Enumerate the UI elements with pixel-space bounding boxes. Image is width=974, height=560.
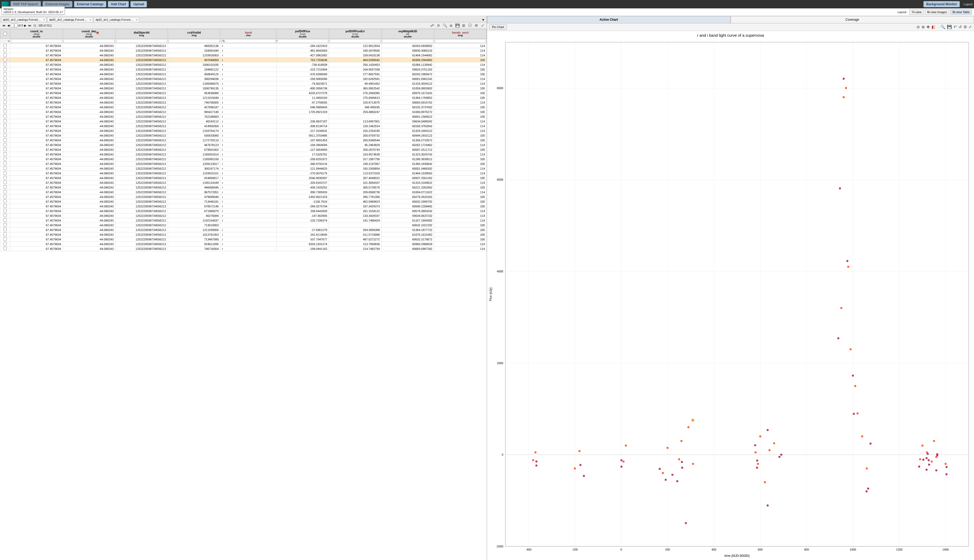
logout-link[interactable]: Logout [964,3,972,6]
row-checkbox[interactable] [3,233,7,236]
file-tab-0[interactable]: dp02_dc2_catalogs.ForcedSourc…× [1,17,47,22]
chart-save-icon[interactable]: 💾 [947,25,952,29]
chart-settings-gear-icon[interactable]: ⚙ [964,25,967,29]
table-row[interactable]: 67.4579634-44.08024312522205987345562124… [0,185,487,190]
select-all-checkbox[interactable] [0,29,10,39]
undo-icon[interactable]: ↶ [954,25,957,29]
table-row[interactable]: 67.4579634-44.08024312522205987345562121… [0,95,487,100]
table-row[interactable]: 67.4579634-44.08024312522205987345562121… [0,162,487,166]
table-row[interactable]: 67.4579634-44.08024312522205987345562121… [0,86,487,91]
table-row[interactable]: 67.4579634-44.08024312522205987345562124… [0,195,487,199]
filter-icon[interactable]: ⊘ [436,23,441,28]
table-row[interactable]: 67.4579634-44.08024312522205987345562121… [0,138,487,143]
page-number-input[interactable] [11,23,18,28]
table-row[interactable]: 67.4579634-44.08024312522205987345562124… [0,143,487,147]
table-row[interactable]: 67.4579634-44.08024312522205987345562121… [0,232,487,237]
column-header[interactable]: psfDiffFluxErr(nJy)double [329,29,381,39]
table-row[interactable]: 67.4579634-44.08024312522205987345562127… [0,247,487,251]
table-row[interactable]: 67.4579634-44.08024312522205987345562129… [0,176,487,180]
file-tab-1[interactable]: dp02_dc2_catalogs.ForcedSourceOn…× [47,17,93,22]
row-checkbox[interactable] [3,67,7,71]
column-filter-input[interactable] [277,39,328,43]
row-checkbox[interactable] [3,96,7,99]
tab-menu-dropdown-icon[interactable]: ▾ [482,18,484,22]
reset-icon[interactable]: ↺ [959,25,962,29]
table-row[interactable]: 67.4579634-44.08024312522205987345562124… [0,119,487,124]
column-header[interactable]: ccdVisitIdlong [168,29,221,39]
row-checkbox[interactable] [3,115,7,118]
row-checkbox[interactable] [3,167,7,170]
table-row[interactable]: 67.4579634-44.08024312522205987345562126… [0,209,487,213]
row-checkbox[interactable] [3,148,7,151]
row-checkbox[interactable] [3,133,7,137]
column-header[interactable]: diaObjectIdlong [115,29,168,39]
close-icon[interactable]: × [136,18,137,21]
column-filter-input[interactable] [435,39,486,43]
row-checkbox[interactable] [3,200,7,203]
row-checkbox[interactable] [3,143,7,146]
column-header[interactable]: bandchar [221,29,277,39]
table-row[interactable]: 67.4579634-44.08024312522205987345562121… [0,53,487,58]
active-chart-tab[interactable]: Active Chart [487,16,730,23]
row-checkbox[interactable] [3,91,7,94]
table-row[interactable]: 67.4579634-44.08024312522205987345562121… [0,157,487,162]
layout-tri-view-tab[interactable]: Tri-view [909,10,924,15]
zoom-in-icon[interactable]: ⊕ [922,25,925,29]
table-row[interactable]: 67.4579634-44.08024312522205987345562121… [0,62,487,67]
add-chart-button[interactable]: Add Chart [108,1,129,7]
chart-area[interactable]: r and i band light curve of a supernova … [487,31,974,560]
info-icon[interactable]: ⓘ [467,23,473,28]
first-page-icon[interactable]: ⏮ [2,23,6,27]
table-row[interactable]: 67.4579634-44.08024312522205987345562123… [0,166,487,171]
row-checkbox[interactable] [3,214,7,217]
column-filter-input[interactable] [116,39,167,43]
column-header[interactable]: coord_dec(deg)double [63,29,115,39]
expand-icon[interactable]: ⤢ [480,23,485,28]
row-checkbox[interactable] [3,209,7,212]
column-header[interactable]: psfDiffFlux(nJy)double [276,29,329,39]
action-icon[interactable]: ☍ [429,23,435,28]
row-checkbox[interactable] [3,100,7,104]
row-checkbox[interactable] [3,110,7,113]
table-row[interactable]: 67.4579634-44.08024312522205987345562127… [0,237,487,242]
table-row[interactable]: 67.4579634-44.08024312522205987345562129… [0,91,487,95]
row-checkbox[interactable] [3,105,7,108]
table-row[interactable]: 67.4579634-44.08024312522205987345562121… [0,228,487,232]
row-checkbox[interactable] [3,82,7,85]
row-checkbox[interactable] [3,176,7,179]
table-row[interactable]: 67.4579634-44.08024312522205987345562123… [0,77,487,81]
row-checkbox[interactable] [3,181,7,184]
table-row[interactable]: 67.4579634-44.08024312522205987345562127… [0,114,487,119]
table-row[interactable]: 67.4579634-44.08024312522205987345562126… [0,147,487,152]
column-filter-input[interactable] [63,39,115,43]
row-checkbox[interactable] [3,162,7,165]
table-row[interactable]: 67.4579634-44.08024312522205987345562124… [0,72,487,77]
select-box-icon[interactable]: ◧ [932,25,935,29]
row-checkbox[interactable] [3,237,7,241]
chart-expand-icon[interactable]: ⤢ [969,25,972,29]
text-view-icon[interactable]: 🗉 [448,23,454,28]
column-filter-input[interactable] [169,39,220,43]
row-checkbox[interactable] [3,242,7,245]
row-checkbox[interactable] [3,171,7,175]
table-row[interactable]: 67.4579634-44.08024312522205987345562124… [0,43,487,48]
file-tab-2[interactable]: dp02_dc2_catalogs.ForcedSourceOn…× [94,17,139,22]
close-icon[interactable]: × [90,18,91,21]
table-row[interactable]: 67.4579634-44.08024312522205987345562124… [0,58,487,62]
column-filter-input[interactable] [382,39,433,43]
table-row[interactable]: 67.4579634-44.08024312522205987345562121… [0,128,487,133]
coverage-tab[interactable]: Coverage [730,16,974,23]
table-row[interactable]: 67.4579634-44.08024312522205987345562121… [0,180,487,185]
scatter-plot[interactable]: -200002000400060008000-400-2000200400600… [487,40,974,560]
row-checkbox[interactable] [3,228,7,231]
row-checkbox[interactable] [3,195,7,198]
layout-bi-images-tab[interactable]: Bi-view Images [925,10,949,15]
layout-bi-table-tab[interactable]: Bi-view Table [950,10,972,15]
table-row[interactable]: 67.4579634-44.08024312522205987345562121… [0,48,487,53]
table-row[interactable]: 67.4579634-44.08024312522205987345562121… [0,152,487,157]
table-row[interactable]: 67.4579634-44.08024312522205987345562127… [0,100,487,105]
row-checkbox[interactable] [3,124,7,127]
filter-menu-icon[interactable]: ▿ [0,39,10,43]
row-checkbox[interactable] [3,218,7,222]
table-scroll[interactable]: coord_ra(deg)doublecoord_dec(deg)doubled… [0,29,487,560]
